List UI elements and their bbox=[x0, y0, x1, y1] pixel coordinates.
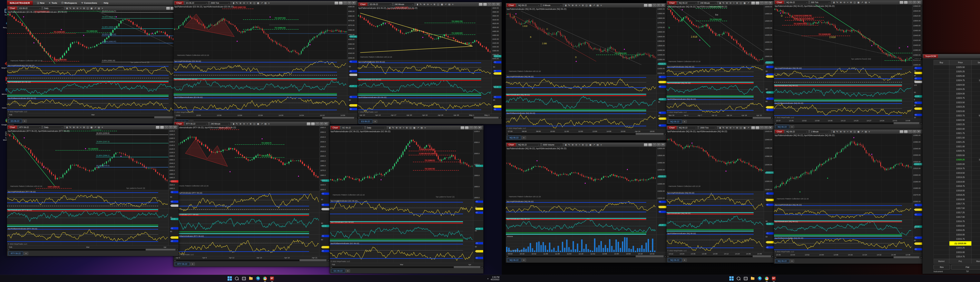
indicator-panel[interactable]: © 2022 NinjaTrader, LLC Volume bbox=[506, 235, 667, 252]
dom-sell-cell[interactable] bbox=[972, 65, 980, 70]
dom-buy-cell[interactable] bbox=[934, 237, 949, 241]
chart-trader-icon[interactable]: ◫ bbox=[740, 2, 742, 4]
drawing-tools-icon[interactable]: ✎ bbox=[722, 2, 724, 4]
indicator-axis[interactable]: 50703028.44 bbox=[319, 191, 329, 213]
interval-link-button[interactable] bbox=[339, 2, 343, 5]
indicator-panel[interactable]: © 2022 NinjaTrader, LLC hpcRSIBammIndica… bbox=[330, 242, 483, 263]
interval-link-button[interactable] bbox=[904, 1, 908, 4]
price-axis[interactable]: 13560.0013540.0013520.0013500.0013480.00… bbox=[912, 5, 923, 67]
dom-row[interactable]: 13324.25 bbox=[934, 87, 980, 92]
dom-row[interactable]: 13321.75 bbox=[934, 131, 980, 136]
scroll-right-icon[interactable]: ▸ bbox=[355, 117, 357, 119]
report-icon[interactable]: ▤ bbox=[264, 2, 266, 4]
time-axis[interactable]: Apr 6Apr 8Apr 12Apr 14Apr 19Apr 21 bbox=[173, 256, 319, 259]
chart-style-icon[interactable]: ▮ bbox=[719, 2, 721, 4]
chart-menu-button[interactable]: Chart bbox=[8, 125, 17, 129]
dom-sell-cell[interactable] bbox=[972, 162, 980, 166]
instrument-link-button[interactable] bbox=[156, 126, 159, 129]
market-analyzer-icon[interactable]: ▦ bbox=[858, 130, 859, 133]
indicator-panel[interactable]: hpcHSIIndicator (NQ 06-22) 5014.80 bbox=[667, 81, 774, 98]
indicator-panel[interactable]: © 2022 NinjaTrader, LLC hpcRSIBammIndica… bbox=[774, 101, 923, 119]
dom-price-cell[interactable]: 13321.50 bbox=[949, 136, 972, 140]
indicator-axis[interactable]: 6040207047.793012.17 bbox=[912, 67, 923, 84]
h-scrollbar[interactable]: ◂ ▸ bbox=[774, 256, 923, 258]
dom-row[interactable]: 13318.75 bbox=[934, 184, 980, 189]
dom-sell-cell[interactable] bbox=[972, 202, 980, 206]
maximize-button[interactable]: □ bbox=[320, 122, 323, 125]
edge-button[interactable]: e bbox=[757, 276, 762, 281]
dom-row[interactable]: 13320.50 bbox=[934, 153, 980, 158]
indicator-panel[interactable]: hpcAmpRSIIndicator (NQ 06-22) 6040207047… bbox=[774, 67, 923, 84]
trend-line-icon[interactable]: ↗ bbox=[261, 123, 262, 125]
superdom-title-bar[interactable]: SuperDOM –□✕ bbox=[923, 54, 980, 59]
report-icon[interactable]: ▤ bbox=[448, 3, 450, 6]
dom-price-cell[interactable]: 13319.00 bbox=[949, 180, 972, 184]
indicator-axis[interactable]: 607045.6630 bbox=[912, 236, 923, 253]
chart-title-bar[interactable]: Chart RTY 06-22⌄ 240 Minute⌄ ▮✎⊕⊖+≣◫▦↗▤≡… bbox=[173, 122, 329, 126]
dom-price-cell[interactable]: 13323.75 bbox=[949, 96, 972, 100]
dom-row[interactable]: 13316.25 bbox=[934, 228, 980, 233]
time-axis[interactable]: 09:5410:1810:4211:0611:3011:5412:1812:42… bbox=[506, 252, 656, 255]
indicator-axis[interactable]: 5048.37 bbox=[656, 217, 667, 234]
dom-price-cell[interactable]: 13324.00 bbox=[949, 92, 972, 96]
indicator-axis[interactable]: 507048.9230 bbox=[912, 203, 923, 220]
data-box-icon[interactable]: ≣ bbox=[582, 144, 584, 146]
indicator-panel[interactable]: hpcAmpRSIIndicator (NQ 06-22) 50703025.9… bbox=[667, 65, 774, 81]
dom-price-cell[interactable]: 13321.00 bbox=[949, 144, 972, 149]
new-tab-button[interactable]: + bbox=[373, 120, 377, 123]
crosshair-icon[interactable]: + bbox=[431, 3, 432, 6]
dom-price-cell[interactable]: 13319.75 bbox=[949, 166, 972, 171]
instrument-selector[interactable]: NQ 06-22⌄ bbox=[678, 126, 698, 130]
report-icon[interactable]: ▤ bbox=[98, 126, 100, 129]
h-scrollbar[interactable]: ◂ ▸ bbox=[7, 249, 178, 251]
zoom-out-icon[interactable]: ⊖ bbox=[243, 2, 245, 4]
dom-price-cell[interactable]: 13324.50 bbox=[949, 82, 972, 87]
chart-trader-icon[interactable]: ◫ bbox=[854, 1, 856, 4]
dom-price-cell[interactable]: 13319.50 bbox=[949, 171, 972, 175]
indicator-panel[interactable]: © 2022 NinjaTrader, LLC hpcRSIBammIndica… bbox=[173, 234, 329, 256]
indicator-panel[interactable]: hpcAmpRSIIndicator (NQ 06-22) 507050.213… bbox=[506, 200, 667, 217]
minimize-button[interactable]: – bbox=[652, 4, 656, 7]
dom-buy-cell[interactable] bbox=[934, 118, 949, 122]
report-icon[interactable]: ▤ bbox=[264, 123, 266, 125]
instrument-link-button[interactable] bbox=[307, 122, 310, 125]
reverse-button[interactable]: Rev bbox=[934, 265, 950, 269]
close-button[interactable]: ✕ bbox=[173, 126, 177, 129]
dom-price-cell[interactable]: 13314.75 bbox=[949, 255, 972, 259]
indicator-axis[interactable] bbox=[656, 235, 667, 252]
dom-sell-cell[interactable] bbox=[972, 96, 980, 100]
close-button[interactable]: ✕ bbox=[661, 143, 665, 146]
properties-icon[interactable]: ≡ bbox=[601, 144, 602, 146]
close-button[interactable]: ✕ bbox=[768, 126, 772, 129]
dom-row[interactable]: 13317.50 bbox=[934, 206, 980, 211]
zoom-out-icon[interactable]: ⊖ bbox=[843, 1, 845, 4]
scroll-right-icon[interactable]: ▸ bbox=[481, 266, 483, 268]
interval-link-button[interactable] bbox=[648, 4, 652, 7]
trend-line-icon[interactable]: ↗ bbox=[94, 7, 96, 10]
scroll-right-icon[interactable]: ▸ bbox=[499, 117, 501, 119]
dom-row[interactable]: 13320.251 bbox=[934, 158, 980, 162]
dom-row[interactable]: 13319.00 bbox=[934, 180, 980, 184]
chart-menu-button[interactable]: Chart bbox=[331, 126, 340, 130]
interval-link-button[interactable] bbox=[904, 130, 908, 133]
time-axis[interactable]: Apr 10Apr 13Apr 17Apr 20Apr 22Apr 26Apr … bbox=[358, 114, 492, 117]
properties-icon[interactable]: ≡ bbox=[869, 130, 870, 133]
edge-button[interactable]: e bbox=[255, 276, 261, 281]
dom-row[interactable]: 13319.75 bbox=[934, 166, 980, 171]
chart-menu-button[interactable]: Chart bbox=[667, 126, 676, 130]
period-selector[interactable]: 5000 Volume⌄ bbox=[542, 143, 563, 147]
minimize-button[interactable]: – bbox=[469, 126, 473, 129]
crosshair-icon[interactable]: + bbox=[847, 1, 848, 4]
drawing-tools-icon[interactable]: ✎ bbox=[836, 1, 838, 4]
dom-buy-market-cell[interactable]: Market bbox=[934, 259, 949, 264]
dom-row[interactable]: 13321.00 bbox=[934, 144, 980, 149]
period-selector[interactable]: Daily⌄ bbox=[43, 125, 64, 129]
dom-row[interactable]: 13316.50 bbox=[934, 223, 980, 228]
zoom-out-icon[interactable]: ⊖ bbox=[76, 7, 78, 10]
indicator-axis[interactable]: 507052.6930 bbox=[656, 75, 667, 93]
chart-style-icon[interactable]: ▮ bbox=[389, 127, 390, 129]
market-analyzer-icon[interactable]: ▦ bbox=[858, 1, 859, 4]
time-axis[interactable]: 13:3713:4513:5213:5914:0614:1314:2014:27… bbox=[774, 119, 912, 122]
period-selector[interactable]: 500 Tick⌄ bbox=[810, 1, 831, 4]
dom-buy-cell[interactable] bbox=[934, 82, 949, 87]
